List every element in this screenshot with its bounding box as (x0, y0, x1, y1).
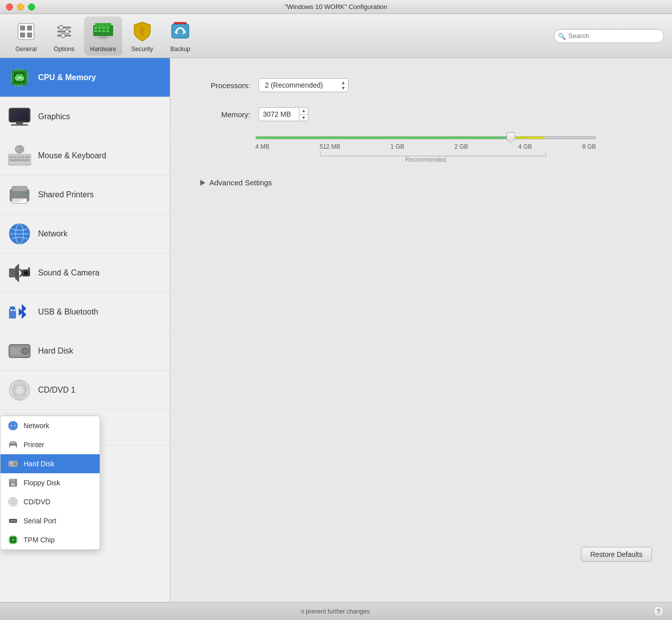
sidebar-item-cpu-memory[interactable]: CPU CPU & Memory (0, 58, 170, 97)
svg-rect-38 (18, 69, 20, 70)
search-input[interactable] (554, 29, 664, 43)
slider-label-2gb: 2 GB (454, 143, 468, 150)
svg-rect-68 (9, 268, 15, 277)
svg-rect-55 (10, 159, 30, 161)
toolbar-item-security[interactable]: Security (124, 17, 160, 56)
svg-point-109 (11, 520, 12, 522)
minimize-button[interactable] (17, 4, 24, 11)
svg-rect-122 (14, 535, 15, 536)
sidebar-item-usb-bluetooth[interactable]: USB & Bluetooth (0, 292, 170, 332)
dropdown-item-tpm-chip[interactable]: TPM Chip (1, 530, 100, 549)
slider-labels: 4 MB 512 MB 1 GB 2 GB 4 GB 8 GB (255, 143, 596, 150)
sidebar-label-network: Network (38, 229, 68, 238)
hardware-icon (91, 20, 115, 44)
svg-rect-82 (11, 349, 21, 350)
toolbar-item-general[interactable]: General (8, 17, 44, 56)
svg-rect-19 (102, 30, 105, 32)
memory-slider-track[interactable] (255, 136, 596, 139)
sidebar-item-hard-disk[interactable]: Hard Disk (0, 332, 170, 371)
main-content: CPU CPU & Memory (0, 58, 672, 602)
dropdown-network-icon (8, 420, 19, 431)
svg-rect-34 (27, 73, 29, 75)
options-icon (52, 20, 76, 44)
memory-slider-thumb[interactable] (506, 132, 515, 143)
memory-decrement[interactable]: ▼ (299, 115, 308, 121)
svg-rect-96 (10, 446, 16, 449)
bottom-text: o prevent further changes. (8, 608, 664, 615)
svg-rect-54 (26, 156, 30, 158)
svg-rect-20 (106, 30, 109, 32)
svg-rect-12 (95, 23, 111, 27)
svg-rect-27 (174, 22, 187, 24)
toolbar-item-hardware[interactable]: Hardware (84, 17, 122, 56)
traffic-lights (6, 4, 35, 11)
memory-value: 3072 MB (259, 110, 299, 118)
sidebar-item-mouse-keyboard[interactable]: Mouse & Keyboard (0, 136, 170, 175)
options-label: Options (54, 46, 74, 53)
dropdown-tpm-icon (8, 534, 19, 545)
sidebar-label-sound-camera: Sound & Camera (38, 268, 100, 277)
recommended-bracket: Recommended (255, 151, 596, 163)
maximize-button[interactable] (28, 4, 35, 11)
memory-label: Memory: (200, 110, 250, 119)
svg-point-110 (13, 520, 14, 522)
advanced-settings-label: Advanced Settings (209, 178, 272, 187)
processors-select[interactable]: 2 (Recommended) 1 4 8 (258, 78, 349, 92)
sidebar-item-network[interactable]: Network (0, 214, 170, 253)
close-button[interactable] (6, 4, 13, 11)
sidebar-label-shared-printers: Shared Printers (38, 190, 94, 199)
dropdown-item-floppy-disk[interactable]: Floppy Disk (1, 473, 100, 492)
sidebar-item-graphics[interactable]: Graphics (0, 97, 170, 136)
help-button[interactable]: ? (653, 606, 664, 617)
dropdown-item-network[interactable]: Network (1, 416, 100, 435)
dropdown-printer-icon (8, 439, 19, 450)
svg-rect-47 (16, 122, 23, 124)
svg-point-72 (25, 271, 28, 274)
memory-spinner-buttons: ▲ ▼ (299, 108, 308, 121)
bottom-bar: o prevent further changes. ? (0, 602, 672, 620)
security-icon (130, 20, 154, 44)
cpu-memory-icon: CPU (8, 66, 31, 89)
svg-rect-83 (11, 351, 19, 352)
svg-text:CPU: CPU (15, 76, 24, 81)
sidebar-label-hard-disk: Hard Disk (38, 347, 73, 356)
svg-rect-76 (11, 309, 13, 311)
dropdown-item-cd-dvd[interactable]: CD/DVD (1, 492, 100, 511)
svg-rect-119 (17, 538, 18, 539)
svg-rect-117 (9, 538, 10, 539)
advanced-settings-toggle[interactable]: Advanced Settings (200, 178, 642, 187)
usb-bluetooth-icon (8, 300, 31, 324)
sidebar-label-cd-dvd-1: CD/DVD 1 (38, 386, 76, 395)
svg-rect-25 (140, 31, 144, 36)
svg-rect-3 (20, 33, 25, 38)
svg-rect-97 (15, 444, 17, 445)
slider-track-wrapper (255, 136, 596, 139)
svg-rect-15 (102, 27, 105, 29)
processors-select-wrapper: 2 (Recommended) 1 4 8 ▲ ▼ (258, 78, 349, 92)
dropdown-item-printer[interactable]: Printer (1, 435, 100, 454)
search-container: 🔍 (554, 29, 664, 43)
dropdown-item-serial-port[interactable]: Serial Port (1, 511, 100, 530)
toolbar-item-backup[interactable]: Backup (162, 17, 198, 56)
backup-icon (168, 20, 192, 44)
svg-rect-50 (10, 156, 13, 158)
window-title: "Windows 10 WORK" Configuration (284, 3, 387, 11)
dropdown-item-hard-disk[interactable]: Hard Disk (1, 454, 100, 473)
svg-rect-58 (17, 147, 19, 150)
add-hardware-dropdown: Network Printer H (0, 416, 100, 550)
sidebar-label-mouse-keyboard: Mouse & Keyboard (38, 151, 106, 160)
svg-rect-100 (10, 463, 14, 464)
svg-rect-2 (27, 26, 32, 31)
sidebar-item-sound-camera[interactable]: Sound & Camera (0, 253, 170, 292)
memory-row: Memory: 3072 MB ▲ ▼ (200, 107, 642, 121)
svg-rect-48 (11, 124, 28, 126)
sidebar-item-shared-printers[interactable]: Shared Printers (0, 175, 170, 214)
svg-rect-75 (10, 306, 15, 309)
sidebar-item-cd-dvd-1[interactable]: CD/DVD 1 (0, 371, 170, 410)
slider-label-1gb: 1 GB (391, 143, 404, 150)
toolbar-item-options[interactable]: Options (46, 17, 82, 56)
svg-rect-40 (15, 85, 17, 87)
memory-increment[interactable]: ▲ (299, 108, 308, 115)
restore-defaults-button[interactable]: Restore Defaults (581, 547, 652, 562)
dropdown-floppy-icon (8, 477, 19, 488)
